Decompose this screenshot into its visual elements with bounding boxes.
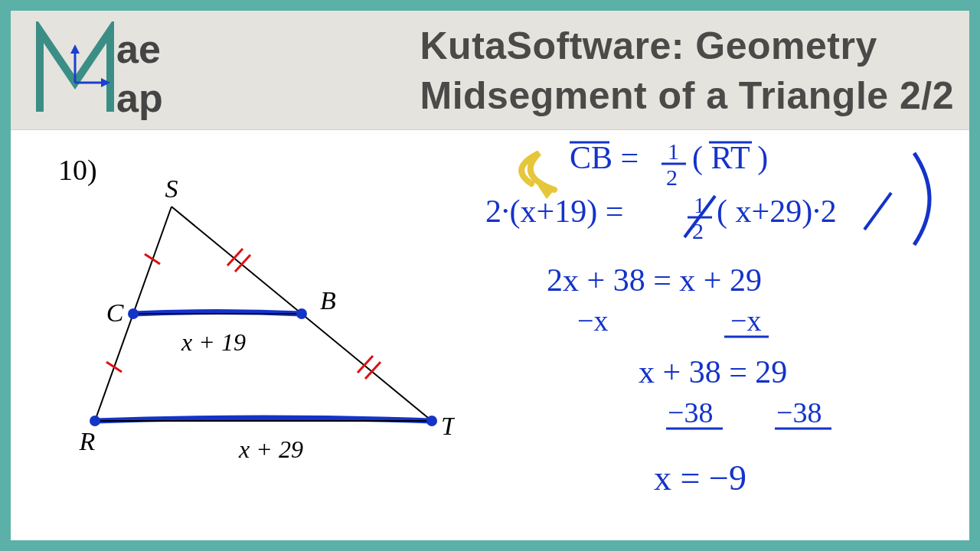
work-line-4a: −x: [577, 305, 608, 337]
slide-body: 10) S C: [11, 130, 969, 539]
work-line-1: CB =: [570, 140, 639, 175]
svg-point-17: [426, 416, 437, 426]
vertex-C: C: [106, 298, 124, 327]
svg-point-15: [296, 308, 307, 319]
svg-text:( x+29)·2: ( x+29)·2: [717, 194, 837, 230]
title-line-2: Midsegment of a Triangle 2/2: [420, 71, 955, 121]
svg-text:( RT ): ( RT ): [692, 140, 768, 176]
svg-marker-1: [70, 44, 80, 54]
triangle-figure: S C B R T x + 19 x + 29: [57, 161, 455, 513]
slide-title: KutaSoftware: Geometry Midsegment of a T…: [420, 21, 955, 121]
solution-work: CB = 1 2 ( RT ) 2·(x+19) = 1 2 ( x+29)·2: [439, 130, 960, 536]
svg-point-14: [128, 308, 139, 319]
work-line-6a: −38: [668, 396, 713, 429]
work-line-2: 2·(x+19) =: [485, 194, 623, 230]
svg-point-16: [90, 416, 100, 426]
brand-text-2: ap: [116, 76, 163, 120]
vertex-B: B: [320, 286, 336, 315]
work-line-5: x + 38 = 29: [639, 354, 787, 390]
svg-line-9: [106, 362, 122, 372]
title-line-1: KutaSoftware: Geometry: [420, 21, 955, 71]
brand-text-1: ae: [116, 27, 161, 71]
svg-text:1: 1: [668, 139, 679, 164]
base-expr: x + 29: [238, 435, 303, 463]
vertex-R: R: [79, 427, 96, 455]
svg-line-8: [145, 254, 160, 264]
brand-logo: ae ap: [31, 21, 230, 124]
svg-text:2: 2: [692, 218, 704, 243]
midsegment-expr: x + 19: [181, 328, 246, 356]
vertex-S: S: [165, 174, 178, 203]
work-line-6b: −38: [776, 396, 822, 429]
slide-frame: ae ap KutaSoftware: Geometry Midsegment …: [11, 11, 969, 540]
svg-text:2: 2: [666, 165, 678, 190]
slide-header: ae ap KutaSoftware: Geometry Midsegment …: [11, 11, 969, 130]
work-line-3: 2x + 38 = x + 29: [547, 262, 762, 298]
work-line-4b: −x: [730, 305, 761, 337]
svg-line-30: [864, 193, 891, 230]
work-line-7: x = −9: [654, 458, 746, 497]
